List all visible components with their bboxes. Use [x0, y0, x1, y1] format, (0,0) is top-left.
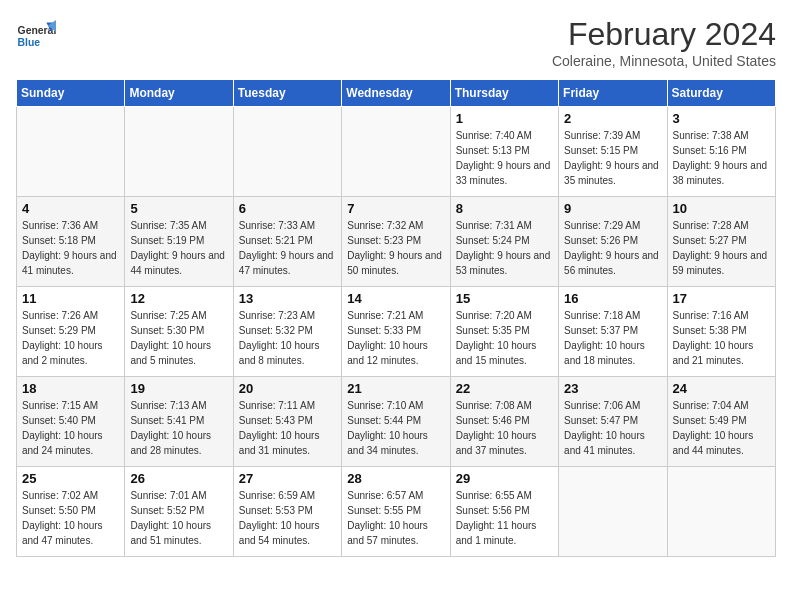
- header-thursday: Thursday: [450, 80, 558, 107]
- day-info: Sunrise: 7:04 AM Sunset: 5:49 PM Dayligh…: [673, 398, 770, 458]
- calendar-cell: 4Sunrise: 7:36 AM Sunset: 5:18 PM Daylig…: [17, 197, 125, 287]
- day-info: Sunrise: 7:29 AM Sunset: 5:26 PM Dayligh…: [564, 218, 661, 278]
- day-info: Sunrise: 7:38 AM Sunset: 5:16 PM Dayligh…: [673, 128, 770, 188]
- day-number: 24: [673, 381, 770, 396]
- day-info: Sunrise: 6:55 AM Sunset: 5:56 PM Dayligh…: [456, 488, 553, 548]
- day-info: Sunrise: 7:23 AM Sunset: 5:32 PM Dayligh…: [239, 308, 336, 368]
- calendar-cell: 17Sunrise: 7:16 AM Sunset: 5:38 PM Dayli…: [667, 287, 775, 377]
- day-info: Sunrise: 7:16 AM Sunset: 5:38 PM Dayligh…: [673, 308, 770, 368]
- calendar-cell: 28Sunrise: 6:57 AM Sunset: 5:55 PM Dayli…: [342, 467, 450, 557]
- day-number: 11: [22, 291, 119, 306]
- calendar-week-2: 4Sunrise: 7:36 AM Sunset: 5:18 PM Daylig…: [17, 197, 776, 287]
- calendar-cell: [667, 467, 775, 557]
- day-info: Sunrise: 7:31 AM Sunset: 5:24 PM Dayligh…: [456, 218, 553, 278]
- day-info: Sunrise: 7:11 AM Sunset: 5:43 PM Dayligh…: [239, 398, 336, 458]
- day-info: Sunrise: 7:06 AM Sunset: 5:47 PM Dayligh…: [564, 398, 661, 458]
- day-number: 2: [564, 111, 661, 126]
- day-info: Sunrise: 7:36 AM Sunset: 5:18 PM Dayligh…: [22, 218, 119, 278]
- day-number: 13: [239, 291, 336, 306]
- day-number: 7: [347, 201, 444, 216]
- day-info: Sunrise: 7:08 AM Sunset: 5:46 PM Dayligh…: [456, 398, 553, 458]
- day-number: 17: [673, 291, 770, 306]
- calendar-week-5: 25Sunrise: 7:02 AM Sunset: 5:50 PM Dayli…: [17, 467, 776, 557]
- day-number: 3: [673, 111, 770, 126]
- header-monday: Monday: [125, 80, 233, 107]
- day-info: Sunrise: 7:20 AM Sunset: 5:35 PM Dayligh…: [456, 308, 553, 368]
- day-info: Sunrise: 7:26 AM Sunset: 5:29 PM Dayligh…: [22, 308, 119, 368]
- day-number: 19: [130, 381, 227, 396]
- header-tuesday: Tuesday: [233, 80, 341, 107]
- header-friday: Friday: [559, 80, 667, 107]
- calendar-week-1: 1Sunrise: 7:40 AM Sunset: 5:13 PM Daylig…: [17, 107, 776, 197]
- day-number: 25: [22, 471, 119, 486]
- day-number: 22: [456, 381, 553, 396]
- day-info: Sunrise: 7:01 AM Sunset: 5:52 PM Dayligh…: [130, 488, 227, 548]
- day-info: Sunrise: 7:40 AM Sunset: 5:13 PM Dayligh…: [456, 128, 553, 188]
- day-number: 9: [564, 201, 661, 216]
- calendar-cell: 26Sunrise: 7:01 AM Sunset: 5:52 PM Dayli…: [125, 467, 233, 557]
- day-info: Sunrise: 7:15 AM Sunset: 5:40 PM Dayligh…: [22, 398, 119, 458]
- day-info: Sunrise: 7:33 AM Sunset: 5:21 PM Dayligh…: [239, 218, 336, 278]
- logo: General Blue: [16, 16, 60, 56]
- day-number: 8: [456, 201, 553, 216]
- calendar-cell: [17, 107, 125, 197]
- day-number: 26: [130, 471, 227, 486]
- calendar-cell: 2Sunrise: 7:39 AM Sunset: 5:15 PM Daylig…: [559, 107, 667, 197]
- calendar-cell: 25Sunrise: 7:02 AM Sunset: 5:50 PM Dayli…: [17, 467, 125, 557]
- day-info: Sunrise: 7:21 AM Sunset: 5:33 PM Dayligh…: [347, 308, 444, 368]
- calendar-cell: 5Sunrise: 7:35 AM Sunset: 5:19 PM Daylig…: [125, 197, 233, 287]
- calendar-cell: 7Sunrise: 7:32 AM Sunset: 5:23 PM Daylig…: [342, 197, 450, 287]
- header-saturday: Saturday: [667, 80, 775, 107]
- day-info: Sunrise: 7:25 AM Sunset: 5:30 PM Dayligh…: [130, 308, 227, 368]
- day-number: 15: [456, 291, 553, 306]
- day-number: 12: [130, 291, 227, 306]
- day-info: Sunrise: 7:10 AM Sunset: 5:44 PM Dayligh…: [347, 398, 444, 458]
- calendar-cell: 19Sunrise: 7:13 AM Sunset: 5:41 PM Dayli…: [125, 377, 233, 467]
- calendar-cell: 8Sunrise: 7:31 AM Sunset: 5:24 PM Daylig…: [450, 197, 558, 287]
- calendar-cell: 6Sunrise: 7:33 AM Sunset: 5:21 PM Daylig…: [233, 197, 341, 287]
- calendar-cell: [125, 107, 233, 197]
- calendar-cell: 23Sunrise: 7:06 AM Sunset: 5:47 PM Dayli…: [559, 377, 667, 467]
- calendar-cell: 14Sunrise: 7:21 AM Sunset: 5:33 PM Dayli…: [342, 287, 450, 377]
- header-wednesday: Wednesday: [342, 80, 450, 107]
- calendar-header-row: SundayMondayTuesdayWednesdayThursdayFrid…: [17, 80, 776, 107]
- svg-text:Blue: Blue: [18, 37, 41, 48]
- calendar-cell: 10Sunrise: 7:28 AM Sunset: 5:27 PM Dayli…: [667, 197, 775, 287]
- day-info: Sunrise: 7:28 AM Sunset: 5:27 PM Dayligh…: [673, 218, 770, 278]
- calendar-cell: [233, 107, 341, 197]
- location-subtitle: Coleraine, Minnesota, United States: [552, 53, 776, 69]
- day-number: 20: [239, 381, 336, 396]
- calendar-cell: [342, 107, 450, 197]
- day-number: 18: [22, 381, 119, 396]
- title-block: February 2024 Coleraine, Minnesota, Unit…: [552, 16, 776, 69]
- calendar-cell: 12Sunrise: 7:25 AM Sunset: 5:30 PM Dayli…: [125, 287, 233, 377]
- logo-icon: General Blue: [16, 16, 56, 56]
- day-info: Sunrise: 6:57 AM Sunset: 5:55 PM Dayligh…: [347, 488, 444, 548]
- day-number: 14: [347, 291, 444, 306]
- calendar-cell: 18Sunrise: 7:15 AM Sunset: 5:40 PM Dayli…: [17, 377, 125, 467]
- calendar-cell: 29Sunrise: 6:55 AM Sunset: 5:56 PM Dayli…: [450, 467, 558, 557]
- calendar-cell: 21Sunrise: 7:10 AM Sunset: 5:44 PM Dayli…: [342, 377, 450, 467]
- calendar-cell: 16Sunrise: 7:18 AM Sunset: 5:37 PM Dayli…: [559, 287, 667, 377]
- day-number: 10: [673, 201, 770, 216]
- header-sunday: Sunday: [17, 80, 125, 107]
- page-header: General Blue February 2024 Coleraine, Mi…: [16, 16, 776, 69]
- day-number: 27: [239, 471, 336, 486]
- day-info: Sunrise: 7:35 AM Sunset: 5:19 PM Dayligh…: [130, 218, 227, 278]
- day-info: Sunrise: 7:02 AM Sunset: 5:50 PM Dayligh…: [22, 488, 119, 548]
- day-number: 1: [456, 111, 553, 126]
- calendar-cell: 11Sunrise: 7:26 AM Sunset: 5:29 PM Dayli…: [17, 287, 125, 377]
- calendar-cell: 27Sunrise: 6:59 AM Sunset: 5:53 PM Dayli…: [233, 467, 341, 557]
- calendar-cell: [559, 467, 667, 557]
- day-info: Sunrise: 7:32 AM Sunset: 5:23 PM Dayligh…: [347, 218, 444, 278]
- day-number: 6: [239, 201, 336, 216]
- calendar-cell: 3Sunrise: 7:38 AM Sunset: 5:16 PM Daylig…: [667, 107, 775, 197]
- calendar-cell: 24Sunrise: 7:04 AM Sunset: 5:49 PM Dayli…: [667, 377, 775, 467]
- calendar-cell: 13Sunrise: 7:23 AM Sunset: 5:32 PM Dayli…: [233, 287, 341, 377]
- calendar-week-3: 11Sunrise: 7:26 AM Sunset: 5:29 PM Dayli…: [17, 287, 776, 377]
- day-info: Sunrise: 6:59 AM Sunset: 5:53 PM Dayligh…: [239, 488, 336, 548]
- calendar-cell: 20Sunrise: 7:11 AM Sunset: 5:43 PM Dayli…: [233, 377, 341, 467]
- day-number: 16: [564, 291, 661, 306]
- calendar-table: SundayMondayTuesdayWednesdayThursdayFrid…: [16, 79, 776, 557]
- day-number: 29: [456, 471, 553, 486]
